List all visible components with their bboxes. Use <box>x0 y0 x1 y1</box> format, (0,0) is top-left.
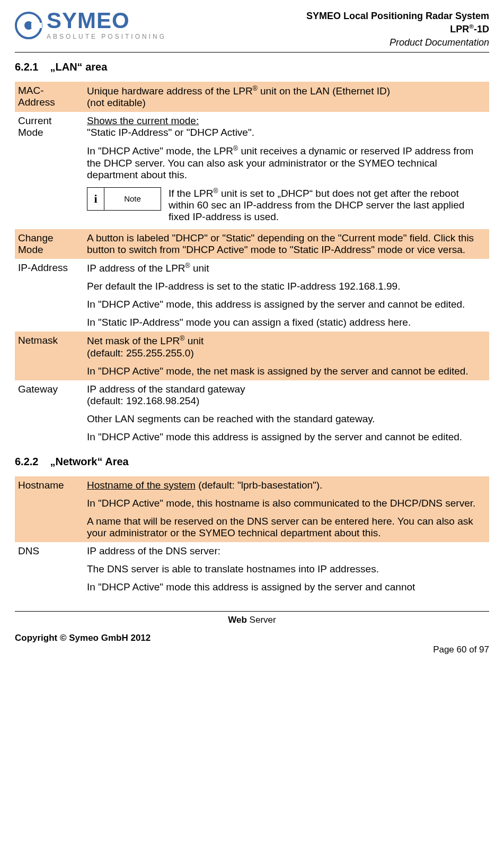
logo: SYMEO ABSOLUTE POSITIONING <box>15 10 166 40</box>
term: Gateway <box>15 380 84 446</box>
row-dns: DNS IP address of the DNS server: The DN… <box>15 542 489 596</box>
desc: Hostname of the system (default: "lprb-b… <box>84 476 489 542</box>
section-heading-network: 6.2.2„Network“ Area <box>15 456 489 468</box>
row-gateway: Gateway IP address of the standard gatew… <box>15 380 489 446</box>
logo-icon <box>15 12 42 39</box>
term: DNS <box>15 542 84 596</box>
section-heading-lan: 6.2.1„LAN“ area <box>15 61 489 73</box>
term: Hostname <box>15 476 84 542</box>
term: IP-Address <box>15 259 84 332</box>
note-label: Note <box>104 188 161 210</box>
row-hostname: Hostname Hostname of the system (default… <box>15 476 489 542</box>
term: Netmask <box>15 332 84 380</box>
desc: Unique hardware address of the LPR® unit… <box>84 82 489 112</box>
desc: A button is labeled "DHCP" or "Static" d… <box>84 229 489 259</box>
note-box: i Note <box>87 187 161 211</box>
desc: IP address of the LPR® unit Per default … <box>84 259 489 332</box>
note-text: If the LPR® unit is set to „DHCP“ but do… <box>169 187 485 223</box>
term: Current Mode <box>15 112 84 229</box>
desc: Net mask of the LPR® unit(default: 255.2… <box>84 332 489 380</box>
desc: Shows the current mode: "Static IP-Addre… <box>84 112 489 229</box>
copyright: Copyright © Symeo GmbH 2012 <box>15 633 151 655</box>
row-ip-address: IP-Address IP address of the LPR® unit P… <box>15 259 489 332</box>
info-icon: i <box>87 188 104 210</box>
page-number: Page 60 of 97 <box>433 644 489 655</box>
desc: IP address of the standard gateway(defau… <box>84 380 489 446</box>
doc-title-line1: SYMEO Local Positioning Radar System <box>306 10 489 22</box>
row-mac-address: MAC-Address Unique hardware address of t… <box>15 82 489 112</box>
term: MAC-Address <box>15 82 84 112</box>
footer-section-title: Web Server <box>15 615 489 625</box>
page-header: SYMEO ABSOLUTE POSITIONING SYMEO Local P… <box>15 10 489 53</box>
doc-title-block: SYMEO Local Positioning Radar System LPR… <box>306 10 489 49</box>
doc-title-line2: LPR®-1D <box>306 22 489 36</box>
brand-name: SYMEO <box>47 10 166 32</box>
lan-table: MAC-Address Unique hardware address of t… <box>15 82 489 446</box>
network-table: Hostname Hostname of the system (default… <box>15 476 489 596</box>
row-change-mode: Change Mode A button is labeled "DHCP" o… <box>15 229 489 259</box>
term: Change Mode <box>15 229 84 259</box>
row-netmask: Netmask Net mask of the LPR® unit(defaul… <box>15 332 489 380</box>
page-footer: Web Server Copyright © Symeo GmbH 2012 P… <box>15 611 489 655</box>
doc-title-line3: Product Documentation <box>306 36 489 49</box>
brand-tagline: ABSOLUTE POSITIONING <box>47 33 166 40</box>
desc: IP address of the DNS server: The DNS se… <box>84 542 489 596</box>
row-current-mode: Current Mode Shows the current mode: "St… <box>15 112 489 229</box>
